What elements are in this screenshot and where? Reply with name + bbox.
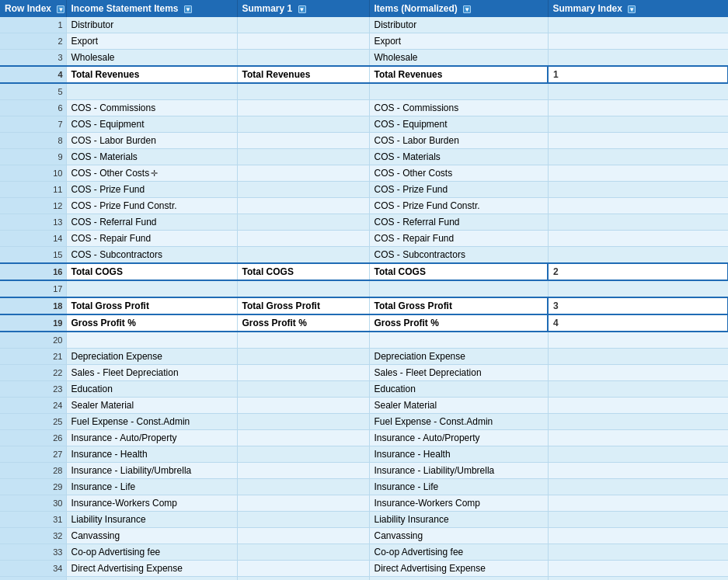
table-cell-summary1[interactable] — [237, 83, 369, 100]
table-cell-summary1[interactable] — [237, 100, 369, 116]
table-cell-income[interactable]: COS - Other Costs ✛ — [66, 165, 237, 182]
table-cell-items[interactable]: Gross Profit % — [369, 314, 548, 332]
col-header-row-index[interactable]: Row Index ▼ — [0, 0, 66, 17]
table-cell-summary-index[interactable] — [548, 100, 728, 116]
filter-icon-summary1[interactable]: ▼ — [298, 5, 306, 13]
table-cell-income[interactable]: Direct Advertising Expense — [66, 561, 237, 577]
table-cell-summary-index[interactable] — [548, 349, 728, 365]
table-cell-summary-index[interactable] — [548, 33, 728, 50]
table-cell-summary1[interactable] — [237, 528, 369, 544]
table-cell-summary-index[interactable] — [548, 398, 728, 414]
table-cell-items[interactable]: Education — [369, 381, 548, 398]
table-cell-income[interactable]: Insurance - Life — [66, 479, 237, 495]
table-cell-income[interactable] — [66, 332, 237, 349]
table-cell-items[interactable] — [369, 280, 548, 297]
table-cell-items[interactable]: COS - Labor Burden — [369, 133, 548, 149]
table-cell-summary1[interactable] — [237, 17, 369, 33]
table-cell-items[interactable]: Sealer Material — [369, 398, 548, 414]
table-cell-income[interactable]: COS - Prize Fund Constr. — [66, 198, 237, 214]
table-cell-income[interactable]: Export — [66, 33, 237, 50]
table-cell-items[interactable]: Co-op Advertising fee — [369, 544, 548, 561]
table-cell-summary-index[interactable]: 1 — [548, 66, 728, 83]
table-cell-items[interactable]: Insurance-Workers Comp — [369, 495, 548, 512]
table-cell-income[interactable]: COS - Materials — [66, 149, 237, 165]
table-cell-summary-index[interactable] — [548, 50, 728, 67]
table-cell-summary1[interactable] — [237, 165, 369, 182]
table-cell-items[interactable]: COS - Equipment — [369, 116, 548, 133]
table-cell-items[interactable]: Insurance - Life — [369, 479, 548, 495]
table-cell-summary1[interactable] — [237, 116, 369, 133]
table-cell-income[interactable] — [66, 83, 237, 100]
table-cell-summary1[interactable] — [237, 349, 369, 365]
table-cell-summary-index[interactable] — [548, 446, 728, 463]
table-cell-income[interactable]: Fuel Expense - Const.Admin — [66, 414, 237, 430]
table-cell-summary-index[interactable] — [548, 165, 728, 182]
table-cell-summary-index[interactable] — [548, 528, 728, 544]
table-cell-income[interactable]: Gross Profit % — [66, 314, 237, 332]
table-cell-items[interactable]: Wholesale — [369, 50, 548, 67]
table-cell-items[interactable]: Canvassing — [369, 528, 548, 544]
table-cell-items[interactable]: COS - Materials — [369, 149, 548, 165]
table-cell-income[interactable]: Home Show Branch Directed — [66, 577, 237, 581]
table-cell-summary1[interactable] — [237, 214, 369, 231]
table-cell-summary-index[interactable]: 3 — [548, 297, 728, 314]
table-cell-income[interactable]: Total Revenues — [66, 66, 237, 83]
table-cell-items[interactable]: Sales - Fleet Depreciation — [369, 365, 548, 381]
table-cell-income[interactable]: Education — [66, 381, 237, 398]
table-cell-summary-index[interactable] — [548, 133, 728, 149]
table-cell-income[interactable]: Liability Insurance — [66, 512, 237, 528]
table-cell-summary1[interactable]: Total COGS — [237, 263, 369, 280]
col-header-summary-index[interactable]: Summary Index ▼ — [548, 0, 728, 17]
table-cell-items[interactable]: Fuel Expense - Const.Admin — [369, 414, 548, 430]
table-cell-items[interactable]: Insurance - Auto/Property — [369, 430, 548, 446]
table-cell-income[interactable]: COS - Subcontractors — [66, 247, 237, 264]
table-cell-summary-index[interactable] — [548, 561, 728, 577]
col-header-items[interactable]: Items (Normalized) ▼ — [369, 0, 548, 17]
table-cell-summary-index[interactable] — [548, 512, 728, 528]
table-cell-income[interactable]: Co-op Advertising fee — [66, 544, 237, 561]
table-cell-items[interactable] — [369, 83, 548, 100]
table-cell-income[interactable]: Insurance - Liability/Umbrella — [66, 463, 237, 479]
table-cell-items[interactable]: COS - Repair Fund — [369, 231, 548, 247]
table-cell-summary1[interactable] — [237, 332, 369, 349]
table-cell-summary1[interactable] — [237, 231, 369, 247]
table-cell-summary1[interactable] — [237, 280, 369, 297]
table-cell-summary-index[interactable]: 2 — [548, 263, 728, 280]
table-cell-summary-index[interactable] — [548, 479, 728, 495]
table-cell-income[interactable] — [66, 280, 237, 297]
table-cell-income[interactable]: Canvassing — [66, 528, 237, 544]
table-cell-summary-index[interactable] — [548, 182, 728, 198]
table-cell-income[interactable]: Insurance - Health — [66, 446, 237, 463]
table-cell-income[interactable]: Sealer Material — [66, 398, 237, 414]
table-cell-summary1[interactable] — [237, 247, 369, 264]
col-header-summary1[interactable]: Summary 1 ▼ — [237, 0, 369, 17]
table-cell-items[interactable]: Export — [369, 33, 548, 50]
table-cell-summary1[interactable] — [237, 479, 369, 495]
table-cell-summary-index[interactable] — [548, 17, 728, 33]
table-cell-items[interactable]: Direct Advertising Expense — [369, 561, 548, 577]
table-cell-summary-index[interactable] — [548, 463, 728, 479]
filter-icon-row-index[interactable]: ▼ — [57, 5, 64, 13]
table-cell-summary1[interactable] — [237, 198, 369, 214]
table-cell-summary1[interactable] — [237, 561, 369, 577]
table-cell-summary-index[interactable] — [548, 544, 728, 561]
table-cell-summary1[interactable] — [237, 133, 369, 149]
table-cell-summary-index[interactable] — [548, 280, 728, 297]
table-cell-summary1[interactable] — [237, 381, 369, 398]
table-cell-summary-index[interactable] — [548, 365, 728, 381]
table-cell-items[interactable]: Total Revenues — [369, 66, 548, 83]
table-cell-items[interactable]: Depreciation Expense — [369, 349, 548, 365]
table-cell-summary-index[interactable] — [548, 83, 728, 100]
table-cell-items[interactable]: Total Gross Profit — [369, 297, 548, 314]
table-cell-items[interactable]: COS - Referral Fund — [369, 214, 548, 231]
table-cell-summary1[interactable] — [237, 463, 369, 479]
table-cell-income[interactable]: COS - Labor Burden — [66, 133, 237, 149]
table-cell-items[interactable]: COS - Commissions — [369, 100, 548, 116]
table-cell-summary1[interactable] — [237, 430, 369, 446]
table-cell-summary-index[interactable]: 4 — [548, 314, 728, 332]
filter-icon-income[interactable]: ▼ — [184, 5, 192, 13]
table-cell-summary-index[interactable] — [548, 495, 728, 512]
table-cell-items[interactable]: Insurance - Liability/Umbrella — [369, 463, 548, 479]
filter-icon-items[interactable]: ▼ — [463, 5, 471, 13]
table-cell-summary1[interactable] — [237, 495, 369, 512]
